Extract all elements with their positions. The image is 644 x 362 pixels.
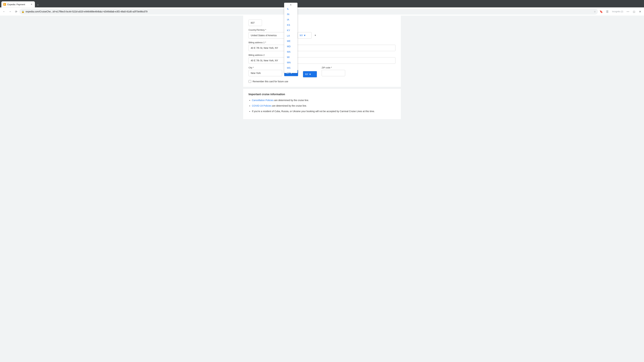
- extensions-button[interactable]: ☰: [604, 9, 610, 14]
- tab-title: Expedia: Payment: [8, 3, 29, 6]
- state-select-display-wrapper: NY ▼: [303, 71, 317, 77]
- cancellation-policies-link[interactable]: Cancellation Policies: [252, 99, 274, 102]
- payment-form-section: Country/Territory * NY ▼ ▼ Billing addre…: [243, 15, 401, 87]
- zip-input[interactable]: [322, 70, 345, 76]
- dropdown-item-KY[interactable]: KY: [284, 28, 297, 33]
- info-item-cancellation: Cancellation Policies are determined by …: [252, 98, 396, 102]
- info-item-covid: COVID-19 Policies are determined by the …: [252, 104, 396, 108]
- state-field: NY ▼ ▲ IL IN IA KS KY LA ME MD MA: [284, 66, 301, 76]
- remember-card-row: Remember this card for future use: [248, 80, 396, 83]
- covid-policies-text: are determined by the cruise line.: [272, 104, 307, 107]
- dropdown-item-LA[interactable]: LA: [284, 33, 297, 38]
- bookmark-button[interactable]: 🔖: [598, 9, 604, 14]
- city-label: City *: [248, 66, 282, 69]
- city-input[interactable]: [248, 70, 282, 76]
- dropdown-item-MN[interactable]: MN: [284, 60, 297, 65]
- country-label: Country/Territory *: [248, 29, 396, 31]
- dropdown-item-MS[interactable]: MS: [284, 65, 297, 70]
- restore-button[interactable]: ◻: [631, 9, 636, 14]
- billing-address2-input[interactable]: [248, 57, 396, 64]
- dropdown-item-MI[interactable]: MI: [284, 54, 297, 60]
- incognito-badge: Incognito (2): [611, 10, 624, 13]
- tab-bar: E Expedia: Payment ✕ +: [0, 0, 644, 7]
- billing-address1-input[interactable]: [248, 45, 396, 51]
- zip-label: ZIP code *: [322, 66, 345, 69]
- city-zip-section: City * NY ▼ ▲ IL: [248, 66, 396, 77]
- covid-policies-link[interactable]: COVID-19 Policies: [252, 104, 272, 107]
- country-row: NY ▼ ▼: [248, 32, 396, 38]
- tab-close-button[interactable]: ✕: [30, 3, 33, 6]
- page-content: Country/Territory * NY ▼ ▼ Billing addre…: [0, 15, 644, 362]
- dropdown-item-IN[interactable]: IN: [284, 11, 297, 17]
- state-select-display[interactable]: NY ▼: [303, 71, 317, 77]
- card-last4-input[interactable]: [248, 19, 262, 26]
- tab-favicon: E: [3, 3, 6, 6]
- country-select-wrapper: NY ▼ ▼: [298, 32, 318, 38]
- new-tab-button[interactable]: +: [36, 3, 40, 7]
- info-section: Important cruise information Cancellatio…: [243, 89, 401, 119]
- info-item-residents: If you're a resident of Cuba, Russia, or…: [252, 110, 396, 113]
- remember-card-checkbox[interactable]: [248, 80, 251, 83]
- address-bar-row: ← → ⟳ 🔒 expedia.com/CruiseChe...id=e17f8…: [0, 7, 644, 15]
- forward-button[interactable]: →: [8, 9, 13, 14]
- url-text: expedia.com/CruiseChe...id=e17f8ec5-bc44…: [26, 10, 592, 13]
- active-tab[interactable]: E Expedia: Payment ✕: [1, 1, 35, 7]
- dropdown-item-IL[interactable]: IL: [284, 6, 297, 11]
- residents-text: If you're a resident of Cuba, Russia, or…: [252, 110, 375, 113]
- info-list: Cancellation Policies are determined by …: [248, 98, 396, 113]
- address-bar[interactable]: 🔒 expedia.com/CruiseChe...id=e17f8ec5-bc…: [20, 8, 598, 14]
- dropdown-item-MA[interactable]: MA: [284, 49, 297, 54]
- dropdown-item-ME[interactable]: ME: [284, 38, 297, 44]
- dropdown-scroll-up[interactable]: ▲: [284, 3, 297, 6]
- info-title: Important cruise information: [248, 93, 396, 96]
- star-icon: ☆: [594, 10, 596, 13]
- card-number-field: [248, 19, 396, 26]
- billing-address2-label: Billing address 2: [248, 54, 396, 56]
- billing-address2-field: Billing address 2: [248, 54, 396, 64]
- state-dropdown[interactable]: ▲ IL IN IA KS KY LA ME MD MA MI MN MS MO: [284, 3, 298, 73]
- lock-icon: 🔒: [22, 10, 24, 13]
- cancellation-policies-text: are determined by the cruise line.: [274, 99, 309, 102]
- city-zip-row: City * NY ▼ ▲ IL: [248, 66, 396, 77]
- city-field: City *: [248, 66, 282, 76]
- dropdown-item-MO[interactable]: MO: [284, 70, 297, 73]
- remember-card-label: Remember this card for future use: [252, 80, 288, 83]
- billing-address1-label: Billing address 1 *: [248, 41, 396, 44]
- minimize-button[interactable]: —: [625, 9, 630, 14]
- state-field-display: NY ▼: [303, 71, 320, 77]
- back-button[interactable]: ←: [1, 9, 7, 14]
- chevron-down-icon: ▼: [314, 34, 316, 36]
- country-field: Country/Territory * NY ▼ ▼: [248, 29, 396, 38]
- billing-address1-field: Billing address 1 *: [248, 41, 396, 51]
- dropdown-item-MD[interactable]: MD: [284, 44, 297, 49]
- dropdown-item-IA[interactable]: IA: [284, 17, 297, 22]
- country-secondary-select[interactable]: NY ▼: [298, 32, 312, 38]
- dropdown-item-KS[interactable]: KS: [284, 22, 297, 28]
- close-window-button[interactable]: ✕: [637, 9, 643, 14]
- reload-button[interactable]: ⟳: [14, 9, 19, 14]
- zip-field: ZIP code *: [322, 66, 345, 76]
